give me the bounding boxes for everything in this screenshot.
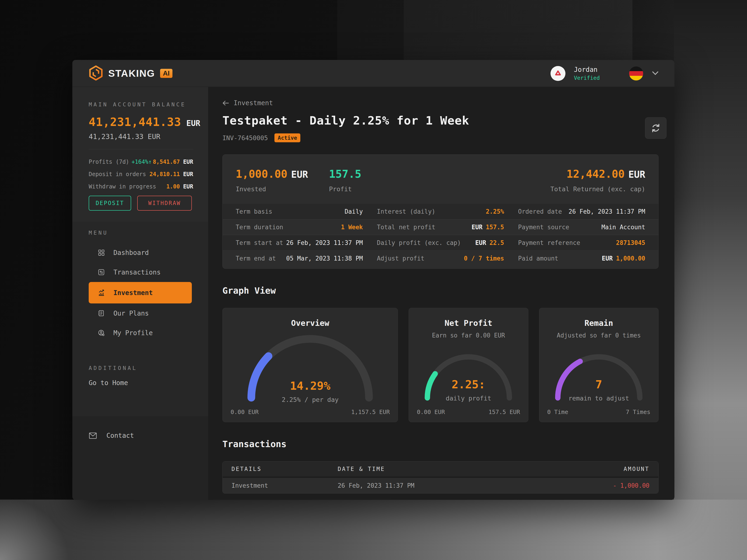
currency-prefix: EUR <box>602 255 613 262</box>
detail-value: EUR1,000.00 <box>602 255 645 262</box>
back-to-investment-link[interactable]: Investment <box>223 99 273 107</box>
stat-value: 8,541.67 <box>153 159 180 165</box>
sidebar-item-transactions[interactable]: Transactions <box>89 262 192 282</box>
language-flag-german[interactable] <box>629 66 643 80</box>
avatar-logo-icon <box>553 69 562 78</box>
table-row: Term start at26 Feb, 2023 11:37 PM Daily… <box>223 235 658 250</box>
gauge-caption: remain to adjust <box>568 395 629 402</box>
staking-hexagon-icon <box>89 65 103 82</box>
invoice-id: INV-76450005 <box>223 134 268 141</box>
sidebar-item-dashboard[interactable]: Dashboard <box>89 243 192 262</box>
user-menu: Jordan Verified <box>550 66 659 81</box>
profit-block: 157.5 Profit <box>329 168 361 193</box>
gauge-remain: 7 remain to adjust <box>550 351 648 402</box>
sidebar-item-label: My Profile <box>113 329 153 337</box>
dashboard-grid-icon <box>98 249 105 256</box>
brand-logo[interactable]: STAKING AI <box>89 65 173 82</box>
contact-panel: Contact <box>72 416 208 500</box>
user-name: Jordan <box>574 66 600 74</box>
gauge-value: 14.29% <box>290 379 330 392</box>
gauge-card-overview: Overview 14.29% 2.25% / per day 0.00 EUR <box>223 308 398 422</box>
go-to-home-link[interactable]: Go to Home <box>89 379 208 387</box>
detail-label: Daily profit (exc. cap) <box>377 239 461 246</box>
transactions-icon <box>98 268 105 276</box>
detail-label: Payment source <box>518 224 569 231</box>
stat-currency: EUR <box>183 183 193 190</box>
refresh-icon <box>650 123 661 133</box>
column-header-details: DETAILS <box>232 466 338 472</box>
chevron-down-icon[interactable] <box>651 71 659 76</box>
invested-currency: EUR <box>291 169 308 180</box>
currency-prefix: EUR <box>475 239 486 246</box>
transactions-table-header: DETAILS DATE & TIME AMOUNT <box>223 461 658 477</box>
stat-profits-7d: Profits (7d) +164%↑ 8,541.67 EUR <box>89 159 193 165</box>
tx-datetime: 26 Feb, 2023 11:37 PM <box>338 482 575 489</box>
sidebar-item-investment[interactable]: Investment <box>89 282 192 303</box>
balance-label: MAIN ACCOUNT BALANCE <box>89 102 193 108</box>
gauge-title: Overview <box>223 318 398 328</box>
invested-value: 1,000.00 <box>236 168 287 180</box>
withdraw-button[interactable]: WITHDRAW <box>137 196 192 211</box>
deposit-button[interactable]: DEPOSIT <box>89 196 131 211</box>
app-window: STAKING AI Jordan Verified M <box>72 60 674 500</box>
detail-label: Term duration <box>236 224 283 231</box>
back-label: Investment <box>234 99 273 107</box>
contact-label: Contact <box>106 432 134 439</box>
detail-value: Main Account <box>601 224 645 231</box>
stat-deposit-in-orders: Deposit in orders 24,810.11 EUR <box>89 171 193 178</box>
stat-label: Withdraw in progress <box>89 183 156 190</box>
mail-icon <box>89 432 97 439</box>
sidebar-item-my-profile[interactable]: My Profile <box>89 323 192 343</box>
detail-label: Total net profit <box>377 224 435 231</box>
gauge-max-label: 157.5 EUR <box>488 409 520 416</box>
stat-currency: EUR <box>183 159 193 165</box>
stat-value: 1.00 <box>166 183 180 190</box>
tx-details: Investment <box>232 482 338 489</box>
gauge-title: Remain <box>539 318 658 328</box>
refresh-button[interactable] <box>645 117 667 139</box>
sidebar-item-label: Investment <box>113 289 153 297</box>
detail-label: Paid amount <box>518 255 558 262</box>
detail-label: Term basis <box>236 208 272 215</box>
detail-value: 2.25% <box>486 208 504 215</box>
detail-value: EUR157.5 <box>472 224 504 231</box>
gauge-caption: daily profit <box>446 395 491 402</box>
user-verified-status: Verified <box>574 75 600 81</box>
balance-secondary: 41,231,441.33 EUR <box>89 132 193 141</box>
invested-block: 1,000.00 EUR Invested <box>236 168 308 193</box>
tx-amount: - 1,000.00 <box>575 482 649 489</box>
gauge-value: 7 <box>595 378 602 391</box>
top-header: STAKING AI Jordan Verified <box>72 60 674 87</box>
gauge-subtitle: Adjusted so far 0 times <box>539 332 658 339</box>
transactions-heading: Transactions <box>223 439 659 449</box>
main-content: Investment Testpaket - Daily 2.25% for 1… <box>208 87 674 500</box>
sidebar-item-our-plans[interactable]: Our Plans <box>89 303 192 323</box>
sidebar-item-label: Transactions <box>113 268 160 276</box>
stat-delta: +164%↑ <box>131 159 152 165</box>
transactions-table: DETAILS DATE & TIME AMOUNT Investment 26… <box>223 461 659 494</box>
contact-link[interactable]: Contact <box>89 432 192 439</box>
back-arrow-icon <box>223 100 229 106</box>
detail-label: Adjust profit <box>377 255 424 262</box>
detail-value: 0 / 7 times <box>464 255 504 262</box>
additional-section-label: ADDITIONAL <box>89 365 208 371</box>
avatar[interactable] <box>550 66 565 81</box>
detail-label: Term start at <box>236 239 283 246</box>
gauge-min-label: 0 Time <box>547 409 568 416</box>
returned-value: 12,442.00 <box>567 168 625 180</box>
detail-label: Term end at <box>236 255 276 262</box>
detail-value: 26 Feb, 2023 11:37 PM <box>568 208 645 215</box>
stat-currency: EUR <box>183 171 193 178</box>
brand-name: STAKING <box>108 68 155 79</box>
detail-label: Ordered date <box>518 208 562 215</box>
stat-withdraw-in-progress: Withdraw in progress 1.00 EUR <box>89 183 193 190</box>
gauge-min-label: 0.00 EUR <box>417 409 445 416</box>
sidebar-item-label: Our Plans <box>113 310 149 317</box>
plans-notebook-icon <box>98 310 105 317</box>
detail-value: 28713045 <box>616 239 645 246</box>
gauge-overview: 14.29% 2.25% / per day <box>240 330 380 403</box>
invested-label: Invested <box>236 185 308 193</box>
detail-value: 1 Week <box>341 224 363 231</box>
page-title: Testpaket - Daily 2.25% for 1 Week <box>223 114 659 127</box>
table-row: Investment 26 Feb, 2023 11:37 PM - 1,000… <box>223 478 658 493</box>
